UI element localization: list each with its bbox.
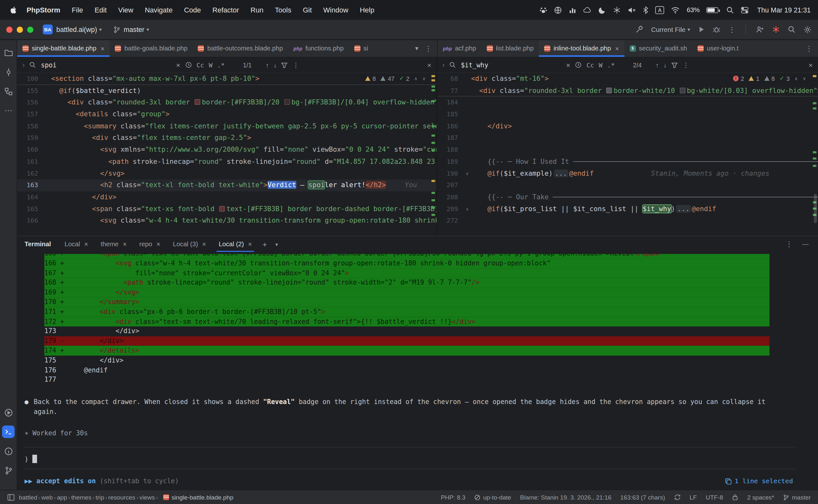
code-line[interactable]: 166<svg class="w-4 h-4 text-white/30 tra… <box>17 215 437 227</box>
line-number[interactable]: 272 <box>437 215 463 227</box>
battery-icon[interactable] <box>707 7 719 13</box>
muted-volume-icon[interactable] <box>628 6 636 14</box>
terminal-tab-chevron-icon[interactable]: ▾ <box>275 241 278 247</box>
clear-search-icon[interactable]: × <box>566 61 570 69</box>
breadcrumb-item[interactable]: views <box>139 493 155 501</box>
code-line[interactable]: 162</svg> <box>17 168 437 179</box>
moon-icon[interactable] <box>599 6 606 14</box>
code-line[interactable]: 163<h2 class="text-xl font-bold text-whi… <box>17 179 437 191</box>
menu-refactor[interactable]: Refactor <box>207 6 245 14</box>
next-problem-icon[interactable]: ∨ <box>422 76 426 81</box>
terminal-tab-repo[interactable]: repo× <box>137 236 162 252</box>
vcs-branch-widget[interactable]: master ▾ <box>113 26 149 33</box>
commit-tool-icon[interactable] <box>2 66 15 78</box>
search-input[interactable]: spoi <box>41 61 57 69</box>
encoding-widget[interactable]: UTF-8 <box>706 493 723 501</box>
debug-icon[interactable] <box>713 26 720 33</box>
build-icon[interactable] <box>636 26 643 33</box>
search-more-icon[interactable]: ⋮ <box>292 61 299 69</box>
editor-tab-single-battle-blade-php[interactable]: single-battle.blade.php× <box>17 40 110 57</box>
problems-tool-icon[interactable] <box>2 445 15 457</box>
snowflake-icon[interactable] <box>613 6 621 14</box>
hidden-tabs-chevron-icon[interactable]: ▾ <box>415 45 418 52</box>
notifications-icon[interactable] <box>772 26 780 33</box>
line-number[interactable]: 165 <box>17 203 43 215</box>
code-line[interactable]: 185 <box>437 109 818 120</box>
run-button[interactable] <box>698 26 705 33</box>
cloud-icon[interactable] <box>584 6 592 14</box>
terminal-tab-theme[interactable]: theme× <box>98 236 129 252</box>
minimize-terminal-icon[interactable]: — <box>802 241 808 248</box>
search-history-icon[interactable] <box>185 62 192 68</box>
line-number[interactable]: 163 <box>17 179 43 191</box>
input-source-icon[interactable]: A <box>655 6 664 14</box>
code-line[interactable]: 184 <box>437 97 818 109</box>
line-number[interactable]: 157 <box>17 109 43 120</box>
code-line[interactable]: 187 <box>437 132 818 144</box>
regex-toggle[interactable]: .* <box>607 61 615 69</box>
next-match-icon[interactable]: ↓ <box>664 61 667 69</box>
code-line[interactable]: 188 <box>437 144 818 156</box>
blame-widget[interactable]: Blame: Stanin 19. 3. 2026., 21:16 <box>520 493 612 501</box>
previous-match-icon[interactable]: ↑ <box>266 61 269 69</box>
project-widget[interactable]: BA battled.ai(wp) ▾ <box>43 25 102 34</box>
terminal-tab-local-3-[interactable]: Local (3)× <box>171 236 208 252</box>
code-line[interactable]: 164</div> <box>17 191 437 203</box>
menu-help[interactable]: Help <box>354 6 380 14</box>
wifi-icon[interactable] <box>671 6 680 13</box>
project-tool-icon[interactable] <box>2 46 15 59</box>
line-number[interactable]: 188 <box>437 144 463 156</box>
line-number[interactable]: 189 <box>437 156 463 168</box>
line-number[interactable]: 208 <box>437 191 463 203</box>
line-number[interactable]: 68 <box>437 73 463 85</box>
breadcrumb-item[interactable]: app <box>57 493 67 501</box>
line-number[interactable]: 160 <box>17 144 43 156</box>
close-icon[interactable]: × <box>123 240 126 248</box>
code-line[interactable]: 272 <box>437 215 818 227</box>
terminal-tool-icon[interactable] <box>2 425 15 438</box>
code-line[interactable]: 165<span class="text-xs font-bold text-[… <box>17 203 437 215</box>
apple-icon[interactable] <box>9 6 18 14</box>
breadcrumb-item[interactable]: resources <box>108 493 135 501</box>
terminal-options-icon[interactable]: ⋮ <box>785 240 793 248</box>
error-stripe[interactable] <box>431 73 436 236</box>
line-number[interactable]: 186 <box>437 120 463 132</box>
code-line[interactable]: 208{{-- ─ Our Take ─────────────────────… <box>437 191 818 203</box>
code-line[interactable]: 161<path stroke-linecap="round" stroke-l… <box>17 156 437 168</box>
php-version-widget[interactable]: PHP: 8.3 <box>441 493 465 501</box>
new-terminal-tab-icon[interactable]: + <box>262 240 267 248</box>
close-icon[interactable]: × <box>202 240 206 248</box>
close-icon[interactable]: × <box>248 240 252 248</box>
previous-match-icon[interactable]: ↑ <box>656 61 659 69</box>
line-number[interactable]: 187 <box>437 132 463 144</box>
terminal-tab-local[interactable]: Local× <box>62 236 90 252</box>
code-line[interactable]: 186</div> <box>437 120 818 132</box>
close-icon[interactable]: × <box>84 240 88 248</box>
indent-widget[interactable]: 2 spaces* <box>747 493 774 501</box>
more-actions-icon[interactable]: ⋮ <box>728 25 736 34</box>
code-line[interactable]: 189{{-- ─ How I Used It ────────────────… <box>437 156 818 168</box>
editor-tab-security-audit-sh[interactable]: $security_audit.sh <box>624 40 692 57</box>
menu-code[interactable]: Code <box>178 6 207 14</box>
close-icon[interactable]: × <box>156 240 160 248</box>
code-line[interactable]: 158<summary class="flex items-center jus… <box>17 120 437 132</box>
next-match-icon[interactable]: ↓ <box>273 61 277 69</box>
search-history-icon[interactable] <box>575 62 582 68</box>
spotlight-search-icon[interactable] <box>726 6 734 14</box>
line-number[interactable]: 159 <box>17 132 43 144</box>
line-number[interactable]: 155 <box>17 85 43 97</box>
globe-icon[interactable] <box>554 6 562 14</box>
clear-search-icon[interactable]: × <box>176 61 180 69</box>
code-line[interactable]: 207 <box>437 179 818 191</box>
search-everywhere-icon[interactable] <box>788 26 795 33</box>
line-number[interactable]: 161 <box>17 156 43 168</box>
git-branch-widget[interactable]: master <box>783 493 811 501</box>
more-tools-icon[interactable]: ⋯ <box>2 104 15 117</box>
whole-words-toggle[interactable]: W <box>599 61 603 69</box>
breadcrumb-item[interactable]: web <box>42 493 53 501</box>
menu-phpstorm[interactable]: PhpStorm <box>21 6 66 14</box>
zoom-window-button[interactable] <box>27 26 34 33</box>
line-separator-widget[interactable]: LF <box>690 493 697 501</box>
code-line[interactable]: 190›@if($it_example)...@endifStanin, Mom… <box>437 168 818 179</box>
editor-tab-functions-php[interactable]: phpfunctions.php <box>288 40 349 57</box>
